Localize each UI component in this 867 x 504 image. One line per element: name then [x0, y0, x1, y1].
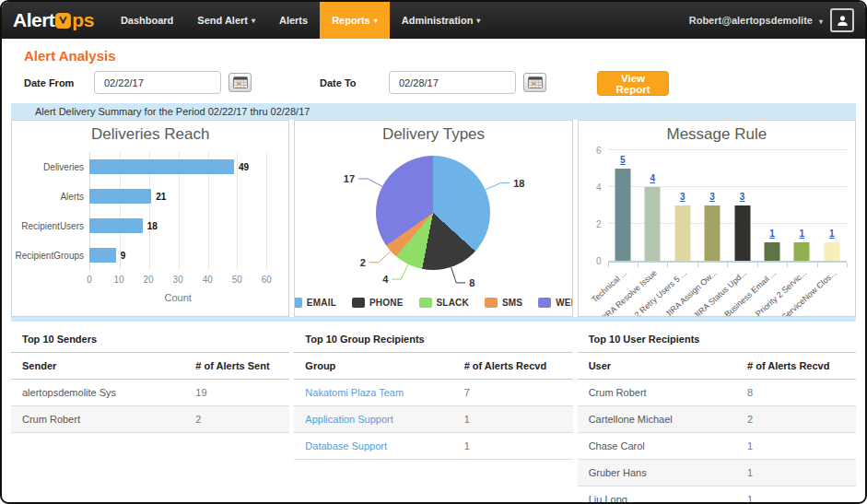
bar-slot: 5	[608, 150, 638, 261]
pie-value-label: 18	[514, 178, 525, 189]
bar-jira-status-upd	[734, 205, 750, 261]
delivery-types-card: Delivery Types 1884217 EMAILPHONESLACKSM…	[294, 120, 572, 317]
bar-slot: 3	[668, 150, 697, 261]
delivery-types-title: Delivery Types	[295, 121, 571, 144]
column-header: User	[578, 353, 736, 380]
bar-value-label: 49	[239, 162, 249, 172]
delivery-types-pie-chart: 1884217	[295, 145, 571, 292]
cell-count: 1	[453, 406, 573, 433]
bar-alerts	[89, 189, 151, 204]
table-row: Application Support1	[294, 406, 572, 433]
row-link[interactable]: Nakatomi Plaza Team	[305, 387, 404, 398]
bar-value-link[interactable]: 3	[709, 192, 715, 202]
summary-banner: Alert Delivery Summary for the Period 02…	[20, 103, 847, 120]
table-row: Crum Robert8	[578, 380, 856, 406]
bar-value-link[interactable]: 1	[800, 229, 805, 239]
bar-value-link[interactable]: 3	[680, 192, 685, 202]
bar-value-link[interactable]: 3	[740, 192, 745, 202]
nav-item-label: Send Alert	[197, 15, 248, 26]
x-tick-label: 40	[203, 275, 213, 285]
cell-count: 1	[736, 486, 856, 504]
x-label-slot: ServiceNow Clos...	[817, 266, 847, 316]
bar-category-label: Deliveries	[12, 152, 84, 182]
table-body: Nakatomi Plaza Team7Application Support1…	[294, 380, 572, 460]
legend-swatch	[419, 298, 432, 308]
x-tick-label: 20	[144, 275, 154, 285]
bar-value-label: 21	[156, 192, 166, 202]
bars: 54333111	[608, 150, 847, 261]
legend-label: SLACK	[437, 298, 469, 308]
caret-down-icon: ▾	[476, 17, 480, 25]
data-table: User# of Alerts RecvdCrum Robert8Cartell…	[578, 353, 856, 504]
table-row: Liu Long1	[578, 486, 856, 504]
date-to-input[interactable]	[389, 71, 516, 94]
table-top-10-senders: Top 10 SendersSender# of Alerts Sentaler…	[11, 325, 289, 433]
table-row: Cartellone Michael2	[578, 406, 856, 433]
user-menu[interactable]: Robert@alertopsdemolite ▾	[689, 15, 823, 26]
date-to-calendar-button[interactable]	[523, 73, 546, 92]
bar-recipientgroups	[89, 248, 116, 263]
row-link[interactable]: Application Support	[305, 414, 392, 425]
date-from-input[interactable]	[94, 71, 221, 94]
table-body: Crum Robert8Cartellone Michael2Chase Car…	[578, 380, 856, 504]
pie-value-label: 17	[344, 173, 355, 184]
table-row: Nakatomi Plaza Team7	[294, 380, 572, 406]
legend-item-phone: PHONE	[352, 298, 404, 308]
nav-item-label: Dashboard	[121, 15, 173, 26]
x-tick-label: 0	[87, 275, 92, 285]
nav-item-label: Alerts	[279, 15, 308, 26]
column-header: # of Alerts Recvd	[736, 353, 856, 380]
nav-item-send-alert[interactable]: Send Alert▾	[185, 2, 267, 39]
x-tick-label: 50	[232, 275, 242, 285]
cell-count: 2	[184, 406, 289, 433]
header-row: Group# of Alerts Recvd	[294, 353, 572, 380]
axis-tick	[847, 263, 848, 267]
cell-count: 1	[453, 433, 573, 460]
bar-value-link[interactable]: 1	[829, 229, 835, 239]
bar-slot: 1	[817, 150, 847, 261]
row-link[interactable]: Database Support	[305, 440, 387, 451]
view-report-button[interactable]: View Report	[597, 71, 669, 96]
bar-priority-2-servic	[794, 242, 810, 261]
table-row: alertopsdemolite Sys19	[11, 380, 289, 406]
message-rule-title: Message Rule	[579, 121, 855, 144]
bar-value-link[interactable]: 5	[620, 155, 626, 165]
cell-name: Cartellone Michael	[578, 406, 736, 433]
table-top-10-group-recipients: Top 10 Group RecipientsGroup# of Alerts …	[294, 325, 572, 460]
bar-value-label: 9	[121, 251, 126, 261]
message-rule-chart: 024654333111	[608, 150, 847, 263]
app-window: Alert ps DashboardSend Alert▾AlertsRepor…	[0, 0, 867, 504]
column-header: Group	[294, 353, 452, 380]
table-title: Top 10 Group Recipients	[294, 325, 572, 353]
table-head: Sender# of Alerts Sent	[11, 353, 289, 380]
y-tick-label: 2	[596, 219, 602, 229]
legend-item-sms: SMS	[485, 298, 522, 308]
alertops-logo[interactable]: Alert ps	[13, 9, 94, 31]
pie-legend: EMAILPHONESLACKSMSWEB	[295, 298, 571, 308]
nav-item-dashboard[interactable]: Dashboard	[109, 2, 185, 39]
legend-item-slack: SLACK	[419, 298, 469, 308]
cell-name: Nakatomi Plaza Team	[294, 380, 452, 406]
page-title: Alert Analysis	[24, 48, 865, 64]
pie-leader-line	[486, 183, 510, 190]
bar-slot: 3	[697, 150, 727, 261]
pie-leader-line	[369, 252, 391, 263]
bar-value-link[interactable]: 4	[650, 173, 656, 183]
bar-technical	[615, 169, 630, 261]
bar-jira-assign-ow	[705, 205, 721, 261]
bar-slot: 1	[757, 150, 787, 261]
gridline	[266, 152, 267, 270]
bar-slot: 4	[638, 150, 667, 261]
nav-item-reports[interactable]: Reports▾	[320, 2, 390, 39]
data-table: Sender# of Alerts Sentalertopsdemolite S…	[11, 353, 289, 433]
bar-category-label: RecipientGroups	[12, 240, 84, 270]
table-row: Database Support1	[294, 433, 572, 460]
nav-item-alerts[interactable]: Alerts	[267, 2, 320, 39]
table-title: Top 10 Senders	[11, 325, 289, 353]
bar-slot: 3	[727, 150, 756, 261]
avatar[interactable]	[830, 8, 854, 32]
table-head: User# of Alerts Recvd	[578, 353, 856, 380]
nav-item-administration[interactable]: Administration▾	[390, 2, 493, 39]
date-from-calendar-button[interactable]	[228, 73, 252, 92]
bar-value-link[interactable]: 1	[769, 229, 775, 239]
